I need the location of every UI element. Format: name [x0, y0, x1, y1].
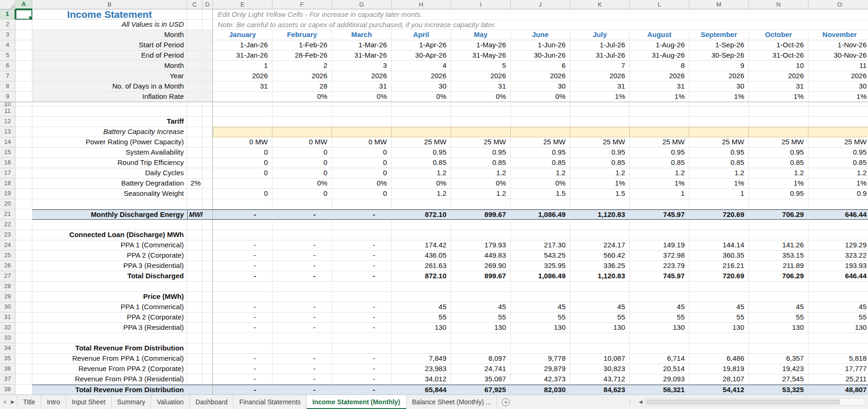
cell-K29[interactable] — [570, 292, 630, 302]
cell-N21[interactable]: 706.29 — [749, 209, 808, 220]
cell-D36[interactable] — [203, 364, 213, 374]
cell-H26[interactable]: 261.63 — [392, 261, 451, 271]
cell-K21[interactable]: 1,120.83 — [570, 209, 630, 220]
cell-I34[interactable] — [451, 343, 511, 354]
cell-I6[interactable]: 5 — [451, 61, 511, 71]
cell-L32[interactable]: 130 — [630, 323, 689, 333]
cell-D38[interactable] — [203, 385, 213, 394]
cell-M26[interactable]: 216.21 — [689, 261, 749, 271]
cell-G38[interactable]: - — [332, 385, 392, 394]
cell-F35[interactable]: - — [272, 354, 332, 364]
cell-E32[interactable]: - — [213, 323, 272, 333]
row-header-2[interactable]: 2 — [0, 20, 15, 30]
cell-E8[interactable]: 31 — [213, 82, 272, 92]
cell-I18[interactable]: 0% — [451, 178, 511, 189]
cell-A30[interactable] — [15, 302, 32, 312]
cell-L17[interactable]: 1.2 — [630, 168, 689, 178]
cell-K8[interactable]: 31 — [570, 82, 630, 92]
cell-C29[interactable] — [187, 292, 203, 302]
cell-N27[interactable]: 706.29 — [749, 271, 808, 282]
cell-I3[interactable]: May — [451, 30, 511, 40]
cell-D18[interactable] — [203, 178, 213, 189]
cell-C19[interactable] — [187, 189, 203, 199]
cell-N22[interactable] — [749, 220, 808, 230]
row-header-8[interactable]: 8 — [0, 82, 15, 92]
cell-C12[interactable] — [187, 117, 203, 127]
cell-B9[interactable]: Inflation Rate — [32, 92, 187, 102]
cell-I38[interactable]: 67,925 — [451, 385, 511, 394]
cell-C15[interactable] — [187, 148, 203, 158]
row-header-32[interactable]: 32 — [0, 323, 15, 333]
cell-B26[interactable]: PPA 3 (Residential) — [32, 261, 187, 271]
cell-A19[interactable] — [15, 189, 32, 199]
cell-G28[interactable] — [332, 282, 392, 292]
cell-K33[interactable] — [570, 333, 630, 343]
cell-D1[interactable] — [203, 9, 213, 20]
cell-B25[interactable]: PPA 2 (Corporate) — [32, 251, 187, 261]
cell-N32[interactable]: 130 — [749, 323, 808, 333]
cell-O28[interactable] — [808, 282, 868, 292]
cell-M3[interactable]: September — [689, 30, 749, 40]
cell-O38[interactable]: 48,807 — [808, 385, 868, 394]
sheet-tab-input-sheet[interactable]: Input Sheet — [66, 395, 112, 409]
cell-J36[interactable]: 29,879 — [511, 364, 570, 374]
cell-B28[interactable] — [32, 282, 187, 292]
cell-K32[interactable]: 130 — [570, 323, 630, 333]
cell-E5[interactable]: 31-Jan-26 — [213, 51, 272, 61]
cell-L29[interactable] — [630, 292, 689, 302]
cell-I5[interactable]: 31-May-26 — [451, 51, 511, 61]
cell-F33[interactable] — [272, 333, 332, 343]
cell-I20[interactable] — [451, 199, 511, 209]
cell-O12[interactable] — [808, 117, 868, 127]
cell-E20[interactable] — [213, 199, 272, 209]
column-header-N[interactable]: N — [749, 0, 808, 9]
cell-I14[interactable]: 25 MW — [451, 137, 511, 148]
cell-G14[interactable]: 0 MW — [332, 137, 392, 148]
cell-F37[interactable]: - — [272, 374, 332, 385]
cell-M8[interactable]: 30 — [689, 82, 749, 92]
cell-F24[interactable]: - — [272, 240, 332, 251]
cell-N35[interactable]: 6,357 — [749, 354, 808, 364]
cell-O36[interactable]: 17,777 — [808, 364, 868, 374]
cell-I15[interactable]: 0.95 — [451, 148, 511, 158]
cell-J4[interactable]: 1-Jun-26 — [511, 40, 570, 51]
row-header-31[interactable]: 31 — [0, 312, 15, 323]
cell-M31[interactable]: 55 — [689, 312, 749, 323]
cell-M18[interactable]: 1% — [689, 178, 749, 189]
cell-H32[interactable]: 130 — [392, 323, 451, 333]
cell-M11[interactable] — [689, 106, 749, 117]
cell-I11[interactable] — [451, 106, 511, 117]
cell-H9[interactable]: 0% — [392, 92, 451, 102]
cell-M27[interactable]: 720.69 — [689, 271, 749, 282]
cell-B23[interactable]: Connected Loan (Discharge) MWh — [32, 230, 187, 240]
cell-M22[interactable] — [689, 220, 749, 230]
column-header-M[interactable]: M — [689, 0, 749, 9]
cell-B13[interactable]: Battery Capacity Increase — [32, 127, 187, 137]
cell-A34[interactable] — [15, 343, 32, 354]
cell-L31[interactable]: 55 — [630, 312, 689, 323]
cell-G29[interactable] — [332, 292, 392, 302]
cell-O30[interactable]: 45 — [808, 302, 868, 312]
cell-O31[interactable]: 55 — [808, 312, 868, 323]
cell-J29[interactable] — [511, 292, 570, 302]
cell-J35[interactable]: 9,778 — [511, 354, 570, 364]
cell-B34[interactable]: Total Revenue From Distribution — [32, 343, 187, 354]
cell-O33[interactable] — [808, 333, 868, 343]
cell-E17[interactable]: 0 — [213, 168, 272, 178]
cell-A11[interactable] — [15, 106, 32, 117]
cell-M30[interactable]: 45 — [689, 302, 749, 312]
cell-J9[interactable]: 0% — [511, 92, 570, 102]
cell-N30[interactable]: 45 — [749, 302, 808, 312]
cell-H31[interactable]: 55 — [392, 312, 451, 323]
cell-B8[interactable]: No. of Days in a Month — [32, 82, 187, 92]
cell-J7[interactable]: 2026 — [511, 71, 570, 82]
cell-G25[interactable]: - — [332, 251, 392, 261]
cell-G13[interactable] — [332, 127, 392, 137]
cell-D6[interactable] — [203, 61, 213, 71]
cell-G33[interactable] — [332, 333, 392, 343]
cell-F4[interactable]: 1-Feb-26 — [272, 40, 332, 51]
cell-N9[interactable]: 1% — [749, 92, 808, 102]
cell-M19[interactable]: 1 — [689, 189, 749, 199]
row-header-14[interactable]: 14 — [0, 137, 15, 148]
cell-N28[interactable] — [749, 282, 808, 292]
